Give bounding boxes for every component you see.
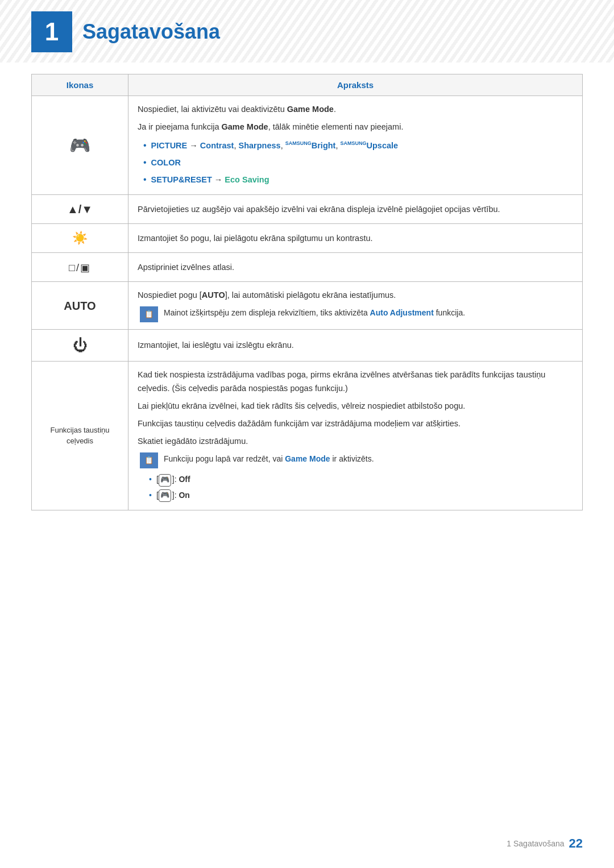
on-label: On — [179, 491, 189, 500]
desc-cell-power: Izmantojiet, lai ieslēgtu vai izslēgtu e… — [128, 330, 583, 362]
game-icon: 🎮 — [69, 136, 90, 155]
game-icon-inline: 🎮 — [159, 474, 171, 487]
desc-text: Izmantojiet, lai ieslēgtu vai izslēgtu e… — [138, 339, 573, 352]
desc-para-4: Skatiet iegādāto izstrādājumu. — [138, 435, 573, 448]
icon-cell-auto: AUTO — [32, 282, 128, 330]
table-row: AUTO Nospiediet pogu [AUTO], lai automāt… — [32, 282, 583, 330]
desc-cell-auto: Nospiediet pogu [AUTO], lai automātiski … — [128, 282, 583, 330]
table-row: Funkcijas taustiņu ceļvedis Kad tiek nos… — [32, 362, 583, 510]
list-item: PICTURE → Contrast, Sharpness, SAMSUNGBr… — [143, 137, 573, 154]
game-icon-inline-2: 🎮 — [159, 489, 171, 502]
table-row: ▲/▼ Pārvietojieties uz augšējo vai apakš… — [32, 195, 583, 224]
table-row: ⏻ Izmantojiet, lai ieslēgtu vai izslēgtu… — [32, 330, 583, 362]
icon-cell-game: 🎮 — [32, 96, 128, 195]
footer-page-number: 22 — [569, 836, 583, 851]
note-text-func: Funkciju pogu lapā var redzēt, vai Game … — [164, 452, 374, 465]
bullet-picture: PICTURE → Contrast, Sharpness, SAMSUNGBr… — [151, 139, 399, 152]
bullet-off: [🎮]: Off — [156, 473, 190, 486]
table-row: 🎮 Nospiediet, lai aktivizētu vai deaktiv… — [32, 96, 583, 195]
desc-text: Nospiediet, lai aktivizētu vai deaktiviz… — [138, 103, 573, 116]
list-item: COLOR — [143, 154, 573, 171]
note-icon: 📋 — [140, 306, 158, 322]
icons-table: Ikonas Apraksts 🎮 Nospiediet, lai aktivi… — [31, 74, 583, 510]
icon-cell-sun: ☀️ — [32, 224, 128, 253]
main-content: Ikonas Apraksts 🎮 Nospiediet, lai aktivi… — [31, 74, 583, 510]
game-bullet-list: PICTURE → Contrast, Sharpness, SAMSUNGBr… — [143, 137, 573, 188]
bullet-setup: SETUP&RESET → Eco Saving — [151, 173, 269, 186]
list-item: SETUP&RESET → Eco Saving — [143, 171, 573, 188]
desc-cell-sun: Izmantojiet šo pogu, lai pielāgotu ekrān… — [128, 224, 583, 253]
auto-icon: AUTO — [64, 300, 96, 312]
list-item: [🎮]: On — [149, 488, 573, 503]
bullet-color: COLOR — [151, 156, 181, 169]
bullet-on: [🎮]: On — [156, 489, 190, 502]
list-item: [🎮]: Off — [149, 472, 573, 487]
off-label: Off — [179, 475, 190, 484]
desc-text: Apstipriniet izvēlnes atlasi. — [138, 261, 573, 274]
chapter-title: Sagatavošana — [82, 20, 220, 44]
footer-chapter-text: 1 Sagatavošana — [507, 839, 564, 848]
col-header-icon: Ikonas — [32, 74, 128, 96]
desc-text: Izmantojiet šo pogu, lai pielāgotu ekrān… — [138, 232, 573, 245]
desc-cell-arrows: Pārvietojieties uz augšējo vai apakšējo … — [128, 195, 583, 224]
table-row: ☀️ Izmantojiet šo pogu, lai pielāgotu ek… — [32, 224, 583, 253]
footer: 1 Sagatavošana 22 — [0, 836, 614, 851]
desc-cell-square: Apstipriniet izvēlnes atlasi. — [128, 253, 583, 282]
note-box: 📋 Mainot izšķirtspēju zem displeja rekvi… — [140, 306, 573, 322]
arrows-icon: ▲/▼ — [67, 203, 93, 215]
chapter-number: 1 — [45, 18, 59, 46]
icon-cell-func: Funkcijas taustiņu ceļvedis — [32, 362, 128, 510]
auto-label: AUTO — [202, 290, 225, 300]
desc-para-1: Kad tiek nospiesta izstrādājuma vadības … — [138, 368, 573, 394]
chapter-number-block: 1 — [31, 11, 72, 52]
icon-cell-power: ⏻ — [32, 330, 128, 362]
power-icon: ⏻ — [73, 337, 88, 354]
note-box-func: 📋 Funkciju pogu lapā var redzēt, vai Gam… — [140, 452, 573, 468]
desc-para-2: Lai piekļūtu ekrāna izvēlnei, kad tiek r… — [138, 400, 573, 413]
desc-para-3: Funkcijas taustiņu ceļvedis dažādām funk… — [138, 417, 573, 430]
sub-bullet-list: [🎮]: Off [🎮]: On — [149, 472, 573, 503]
col-header-desc: Apraksts — [128, 74, 583, 96]
desc-cell-func: Kad tiek nospiesta izstrādājuma vadības … — [128, 362, 583, 510]
desc-text: Pārvietojieties uz augšējo vai apakšējo … — [138, 203, 573, 216]
square-icon: □/▣ — [69, 262, 91, 273]
table-row: □/▣ Apstipriniet izvēlnes atlasi. — [32, 253, 583, 282]
note-text: Mainot izšķirtspēju zem displeja rekvizī… — [164, 306, 465, 319]
sun-icon: ☀️ — [72, 231, 88, 245]
desc-text: Nospiediet pogu [AUTO], lai automātiski … — [138, 289, 573, 302]
icon-cell-square: □/▣ — [32, 253, 128, 282]
game-mode-label: Game Mode — [287, 105, 334, 114]
note-icon-func: 📋 — [140, 452, 158, 468]
func-label: Funkcijas taustiņu ceļvedis — [41, 425, 119, 446]
desc-text-2: Ja ir pieejama funkcija Game Mode, tālāk… — [138, 121, 573, 134]
desc-cell-game: Nospiediet, lai aktivizētu vai deaktiviz… — [128, 96, 583, 195]
icon-cell-arrows: ▲/▼ — [32, 195, 128, 224]
game-mode-label-2: Game Mode — [222, 122, 268, 131]
